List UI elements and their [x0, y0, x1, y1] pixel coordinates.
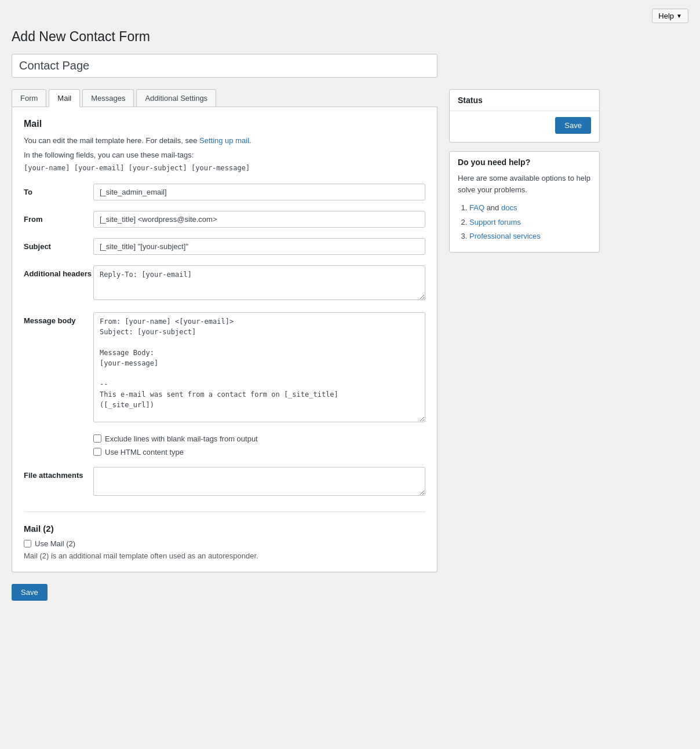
message-body-row: Message body From: [your-name] <[your-em…	[24, 312, 425, 424]
status-panel: Status Save	[449, 89, 600, 143]
subject-input[interactable]	[93, 238, 425, 255]
exclude-blank-row: Exclude lines with blank mail-tags from …	[93, 434, 425, 443]
help-list: FAQ and docs Support forums Professional…	[458, 201, 591, 244]
file-attachments-row: File attachments	[24, 467, 425, 498]
mail2-section: Mail (2) Use Mail (2) Mail (2) is an add…	[24, 511, 425, 560]
additional-headers-row: Additional headers Reply-To: [your-email…	[24, 265, 425, 302]
mail2-checkbox-row: Use Mail (2)	[24, 539, 425, 548]
mail2-description: Mail (2) is an additional mail template …	[24, 551, 425, 560]
help-button[interactable]: Help ▼	[652, 9, 688, 23]
from-label: From	[24, 211, 93, 224]
to-input[interactable]	[93, 184, 425, 200]
docs-link[interactable]: docs	[501, 203, 517, 212]
tab-additional-settings[interactable]: Additional Settings	[136, 89, 216, 107]
status-panel-body: Save	[450, 111, 599, 142]
save-button-bottom[interactable]: Save	[12, 584, 48, 601]
to-control	[93, 184, 425, 200]
tab-form[interactable]: Form	[12, 89, 46, 107]
use-html-row: Use HTML content type	[93, 448, 425, 456]
mail-panel-description: You can edit the mail template here. For…	[24, 135, 425, 147]
use-mail2-label[interactable]: Use Mail (2)	[35, 539, 75, 548]
save-button[interactable]: Save	[555, 117, 591, 134]
status-panel-title: Status	[450, 90, 599, 111]
setting-up-mail-link[interactable]: Setting up mail	[199, 136, 249, 145]
main-content: Form Mail Messages Additional Settings M…	[12, 89, 437, 601]
file-attachments-label: File attachments	[24, 467, 93, 480]
faq-link[interactable]: FAQ	[469, 203, 484, 212]
additional-headers-textarea[interactable]: Reply-To: [your-email]	[93, 265, 425, 300]
tab-mail[interactable]: Mail	[49, 89, 80, 107]
mail2-title: Mail (2)	[24, 524, 425, 534]
message-body-control: From: [your-name] <[your-email]> Subject…	[93, 312, 425, 424]
exclude-blank-checkbox[interactable]	[93, 434, 101, 443]
help-panel-body: Do you need help? Here are some availabl…	[450, 152, 599, 252]
to-row: To	[24, 184, 425, 200]
support-forums-link[interactable]: Support forums	[469, 218, 521, 226]
to-label: To	[24, 184, 93, 196]
form-title-input[interactable]	[12, 54, 437, 78]
help-list-item-faq: FAQ and docs	[469, 201, 591, 215]
subject-label: Subject	[24, 238, 93, 251]
message-body-label: Message body	[24, 312, 93, 325]
file-attachments-textarea[interactable]	[93, 467, 425, 496]
from-control	[93, 211, 425, 228]
additional-headers-label: Additional headers	[24, 265, 93, 278]
use-mail2-checkbox[interactable]	[24, 540, 31, 547]
chevron-down-icon: ▼	[676, 13, 682, 19]
use-html-label[interactable]: Use HTML content type	[105, 448, 184, 456]
tab-messages[interactable]: Messages	[82, 89, 134, 107]
subject-control	[93, 238, 425, 255]
help-panel-title: Do you need help?	[458, 158, 591, 167]
mail-panel: Mail You can edit the mail template here…	[12, 107, 437, 572]
mail-tags-description: In the following fields, you can use the…	[24, 149, 425, 162]
sidebar: Status Save Do you need help? Here are s…	[449, 89, 600, 261]
page-title: Add New Contact Form	[12, 29, 688, 45]
exclude-blank-label[interactable]: Exclude lines with blank mail-tags from …	[105, 434, 258, 443]
help-panel-text: Here are some available options to help …	[458, 173, 591, 195]
help-list-item-support: Support forums	[469, 215, 591, 230]
help-button-label: Help	[658, 12, 674, 20]
use-html-checkbox[interactable]	[93, 448, 101, 456]
tabs-nav: Form Mail Messages Additional Settings	[12, 89, 437, 107]
mail-tags: [your-name] [your-email] [your-subject] …	[24, 164, 425, 172]
subject-row: Subject	[24, 238, 425, 255]
professional-services-link[interactable]: Professional services	[469, 232, 541, 240]
from-input[interactable]	[93, 211, 425, 228]
file-attachments-control	[93, 467, 425, 498]
help-list-item-professional: Professional services	[469, 229, 591, 244]
from-row: From	[24, 211, 425, 228]
help-panel: Do you need help? Here are some availabl…	[449, 151, 600, 253]
message-body-textarea[interactable]: From: [your-name] <[your-email]> Subject…	[93, 312, 425, 422]
mail-panel-title: Mail	[24, 119, 425, 129]
additional-headers-control: Reply-To: [your-email]	[93, 265, 425, 302]
